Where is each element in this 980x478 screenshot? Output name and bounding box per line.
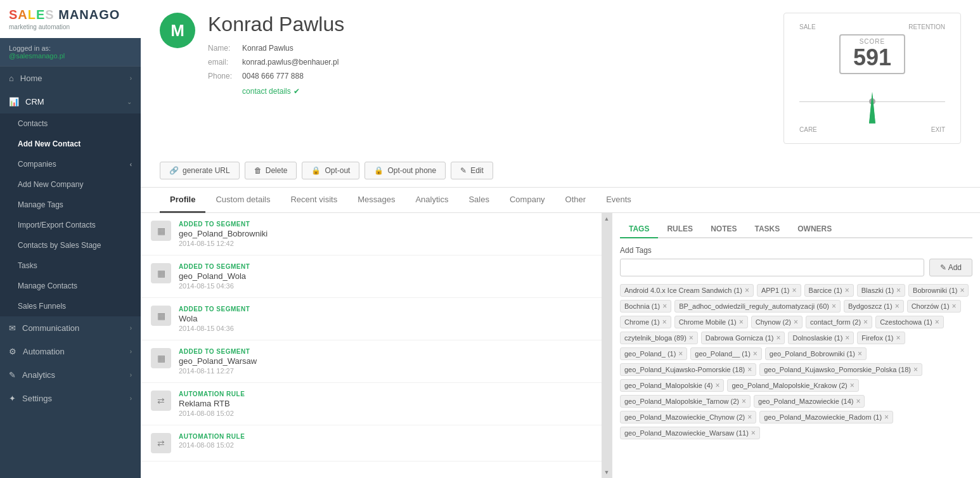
add-tag-button[interactable]: ✎ Add <box>929 259 972 276</box>
chevron-right-icon-set: › <box>130 395 132 402</box>
feed-content: ADDED TO SEGMENT geo_Poland_Bobrowniki 2… <box>179 221 591 247</box>
add-tags-input[interactable] <box>620 259 924 276</box>
sidebar-item-communication[interactable]: ✉ Communication › <box>0 316 141 340</box>
tag-remove-icon[interactable]: × <box>935 318 939 326</box>
generate-url-button[interactable]: 🔗 generate URL <box>160 162 240 179</box>
tag-badge: geo_Poland_Mazowieckie_Radom (1)× <box>759 411 893 423</box>
tag-remove-icon[interactable]: × <box>742 397 746 405</box>
tag-remove-icon[interactable]: × <box>745 287 749 294</box>
contact-details-link[interactable]: contact details ✔ <box>242 87 771 96</box>
sidebar-item-contacts[interactable]: Contacts <box>0 113 141 134</box>
tag-remove-icon[interactable]: × <box>863 318 868 326</box>
scrollbar-right[interactable]: ▲ ▼ <box>602 213 612 478</box>
name-label: Name: <box>208 42 232 54</box>
tag-badge: APP1 (1)× <box>757 284 801 297</box>
tag-badge: geo_Poland_Bobrowniki (1)× <box>765 347 867 360</box>
sidebar-item-analytics[interactable]: ✎ Analytics › <box>0 363 141 387</box>
tag-remove-icon[interactable]: × <box>739 318 744 326</box>
sidebar-item-automation[interactable]: ⚙ Automation › <box>0 340 141 363</box>
activity-feed[interactable]: ▦ ADDED TO SEGMENT geo_Poland_Bobrowniki… <box>141 213 612 478</box>
feed-title: Wola <box>179 314 591 323</box>
chevron-down-icon: ⌄ <box>127 98 132 105</box>
main-content: M Konrad Pawlus Name: Konrad Pawlus emai… <box>141 0 980 478</box>
sidebar-item-tasks[interactable]: Tasks <box>0 255 141 276</box>
tag-remove-icon[interactable]: × <box>715 382 719 389</box>
contact-name: Konrad Pawlus <box>208 13 771 36</box>
tag-remove-icon[interactable]: × <box>856 397 860 405</box>
tag-badge: Dabrowa Gornicza (1)× <box>701 332 785 344</box>
tab-analytics[interactable]: Analytics <box>405 188 458 213</box>
tab-profile[interactable]: Profile <box>160 188 205 213</box>
tag-remove-icon[interactable]: × <box>884 413 889 421</box>
communication-icon: ✉ <box>9 323 16 333</box>
tag-remove-icon[interactable]: × <box>689 334 693 342</box>
tag-remove-icon[interactable]: × <box>952 302 957 310</box>
tags-tab-rules[interactable]: RULES <box>658 221 702 238</box>
tab-custom-details[interactable]: Custom details <box>205 188 280 213</box>
feed-title: Reklama RTB <box>179 399 591 408</box>
tag-badge: Dolnoslaskie (1)× <box>788 332 854 344</box>
feed-time: 2014-08-11 12:27 <box>179 367 591 375</box>
sidebar-logo: SALES MANAGO marketing automation <box>0 0 141 38</box>
tag-remove-icon[interactable]: × <box>751 429 756 437</box>
feed-scroll[interactable]: ▦ ADDED TO SEGMENT geo_Poland_Bobrowniki… <box>141 213 602 478</box>
tag-badge: Bochnia (1)× <box>620 300 671 313</box>
tag-badge: BP_adhoc_odwiedzili_reguly_automatyzacji… <box>674 300 841 313</box>
tab-other[interactable]: Other <box>555 188 596 213</box>
analytics-icon: ✎ <box>9 370 16 380</box>
delete-button[interactable]: 🗑 Delete <box>245 162 297 179</box>
tag-remove-icon[interactable]: × <box>792 287 797 294</box>
tag-remove-icon[interactable]: × <box>747 366 752 373</box>
tag-badge: Bobrowniki (1)× <box>908 284 969 297</box>
tab-sales[interactable]: Sales <box>458 188 500 213</box>
sidebar-item-contacts-by-sales-stage[interactable]: Contacts by Sales Stage <box>0 235 141 255</box>
sidebar-nav: ⌂ Home › 📊 CRM ⌄ Contacts Add New Contac… <box>0 66 141 410</box>
feed-time: 2014-08-08 15:02 <box>179 441 591 449</box>
tag-remove-icon[interactable]: × <box>850 382 854 389</box>
opt-out-button[interactable]: 🔒 Opt-out <box>302 162 359 179</box>
home-icon: ⌂ <box>9 74 14 83</box>
tags-tab-owners[interactable]: OWNERS <box>789 221 841 238</box>
feed-content: AUTOMATION RULE Reklama RTB 2014-08-08 1… <box>179 391 591 417</box>
tag-remove-icon[interactable]: × <box>858 350 862 358</box>
sidebar-item-companies[interactable]: Companies ‹ <box>0 154 141 174</box>
sidebar-item-manage-tags[interactable]: Manage Tags <box>0 195 141 215</box>
phone-value: 0048 666 777 888 <box>242 70 771 82</box>
tag-remove-icon[interactable]: × <box>662 302 667 310</box>
tab-recent-visits[interactable]: Recent visits <box>280 188 347 213</box>
grid-icon: ▦ <box>151 263 171 283</box>
opt-out-phone-button[interactable]: 🔒 Opt-out phone <box>364 162 446 179</box>
tag-remove-icon[interactable]: × <box>960 287 964 294</box>
tag-remove-icon[interactable]: × <box>832 302 836 310</box>
tag-remove-icon[interactable]: × <box>913 366 918 373</box>
tab-messages[interactable]: Messages <box>347 188 405 213</box>
tag-remove-icon[interactable]: × <box>845 287 849 294</box>
sidebar-item-add-new-contact[interactable]: Add New Contact <box>0 134 141 154</box>
tags-tab-tags[interactable]: TAGS <box>620 221 658 238</box>
tab-company[interactable]: Company <box>500 188 555 213</box>
tag-remove-icon[interactable]: × <box>776 334 780 342</box>
sidebar-item-settings[interactable]: ✦ Settings › <box>0 387 141 410</box>
tag-remove-icon[interactable]: × <box>678 350 683 358</box>
sidebar-item-add-new-company[interactable]: Add New Company <box>0 174 141 195</box>
tag-remove-icon[interactable]: × <box>896 334 900 342</box>
tag-remove-icon[interactable]: × <box>662 318 667 326</box>
tags-tab-notes[interactable]: NOTES <box>702 221 745 238</box>
tag-remove-icon[interactable]: × <box>747 413 752 421</box>
sidebar-item-home[interactable]: ⌂ Home › <box>0 67 141 90</box>
sidebar-item-import-export[interactable]: Import/Export Contacts <box>0 215 141 235</box>
tag-remove-icon[interactable]: × <box>753 350 758 358</box>
tag-remove-icon[interactable]: × <box>845 334 849 342</box>
tab-events[interactable]: Events <box>596 188 642 213</box>
tags-panel: TAGS RULES NOTES TASKS OWNERS Add Tags ✎… <box>612 213 980 478</box>
tags-tab-tasks[interactable]: TASKS <box>745 221 789 238</box>
tag-remove-icon[interactable]: × <box>896 287 901 294</box>
tag-badge: geo_Poland_Malopolskie_Tarnow (2)× <box>620 395 751 408</box>
sidebar-item-crm[interactable]: 📊 CRM ⌄ <box>0 90 141 113</box>
sidebar-item-manage-contacts[interactable]: Manage Contacts <box>0 276 141 296</box>
sidebar-item-sales-funnels[interactable]: Sales Funnels <box>0 296 141 316</box>
feed-content: ADDED TO SEGMENT Wola 2014-08-15 04:36 <box>179 306 591 332</box>
edit-button[interactable]: ✎ Edit <box>451 162 493 179</box>
tag-remove-icon[interactable]: × <box>794 318 798 326</box>
tag-remove-icon[interactable]: × <box>895 302 899 310</box>
